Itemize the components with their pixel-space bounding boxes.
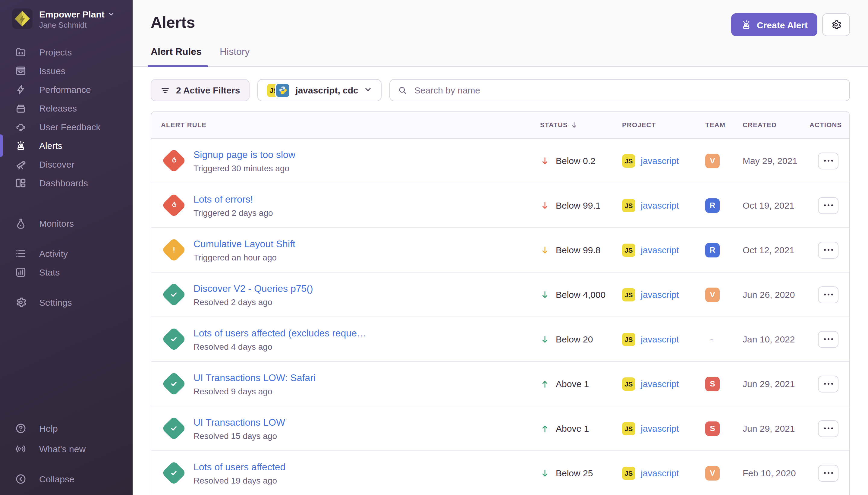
resolved-diamond-icon [161,461,186,485]
table-row: Lots of errors! Triggered 2 days ago Bel… [151,183,849,227]
created-date: Jun 26, 2020 [743,289,810,300]
sidebar-footer: HelpWhat's newCollapse [0,418,133,489]
sidebar-item-user-feedback[interactable]: User Feedback [0,118,133,136]
create-alert-button[interactable]: Create Alert [731,13,817,36]
table-row: UI Transactions LOW Resolved 15 days ago… [151,406,849,450]
row-actions-button[interactable] [818,152,838,169]
javascript-platform-icon: JS [622,199,635,212]
sidebar: Empower Plant Jane Schmidt ProjectsIssue… [0,0,133,495]
project-link[interactable]: javascript [641,156,679,166]
screen: Empower Plant Jane Schmidt ProjectsIssue… [0,0,868,495]
sidebar-item-performance[interactable]: Performance [0,80,133,99]
column-status[interactable]: STATUS [540,121,622,129]
created-date: Oct 19, 2021 [743,200,810,210]
content-area: 2 Active Filters JS javascript, cdc [133,67,868,495]
team-none: - [705,334,713,344]
sidebar-nav: ProjectsIssuesPerformanceReleasesUser Fe… [0,33,133,312]
tab-history[interactable]: History [220,46,250,66]
sidebar-item-discover[interactable]: Discover [0,155,133,174]
alert-rules-table: ALERT RULE STATUS PROJECT TEAM CREATED A… [151,111,850,495]
sidebar-item-label: Settings [39,297,72,307]
sidebar-item-what-s-new[interactable]: What's new [0,438,133,459]
column-team: TEAM [705,121,743,129]
alert-rule-link[interactable]: Discover V2 - Queries p75() [193,282,313,294]
alert-rule-link[interactable]: Lots of users affected (excludes reque… [193,326,366,339]
project-link[interactable]: javascript [641,423,679,433]
org-switcher[interactable]: Empower Plant Jane Schmidt [0,0,133,33]
project-link[interactable]: javascript [641,468,679,478]
sidebar-item-settings[interactable]: Settings [0,293,133,312]
alert-rule-link[interactable]: Signup page is too slow [193,148,295,161]
sidebar-item-releases[interactable]: Releases [0,99,133,118]
fire-icon [169,156,179,166]
sidebar-item-stats[interactable]: Stats [0,263,133,281]
alert-rule-link[interactable]: UI Transactions LOW [193,416,285,428]
row-actions-button[interactable] [818,241,838,258]
collapse-icon [15,473,27,484]
sidebar-item-collapse[interactable]: Collapse [0,468,133,489]
alert-rule-trigger-text: Resolved 9 days ago [193,386,315,396]
sidebar-item-label: Performance [39,84,91,95]
project-link[interactable]: javascript [641,200,679,210]
sidebar-item-label: Activity [39,249,68,259]
team-badge: V [705,466,720,480]
team-badge: S [705,377,720,391]
sidebar-item-activity[interactable]: Activity [0,244,133,263]
sidebar-item-label: Alerts [39,140,63,151]
table-row: Discover V2 - Queries p75() Resolved 2 d… [151,272,849,317]
alert-rule-link[interactable]: Lots of users affected [193,460,285,473]
alert-rule-link[interactable]: Lots of errors! [193,193,273,205]
project-link[interactable]: javascript [641,379,679,389]
threshold-value: Below 4,000 [556,289,606,300]
alert-rule-trigger-text: Resolved 2 days ago [193,296,313,307]
help-icon [15,422,27,434]
exclamation-icon [169,245,179,255]
row-actions-button[interactable] [818,331,838,347]
performance-icon [15,84,27,95]
sidebar-item-issues[interactable]: Issues [0,62,133,80]
org-logo [12,8,33,29]
sidebar-item-alerts[interactable]: Alerts [0,136,133,155]
alert-rule-link[interactable]: Cumulative Layout Shift [193,237,295,250]
alert-rule-trigger-text: Resolved 19 days ago [193,475,285,486]
search-input[interactable] [413,84,841,96]
created-date: Jan 10, 2022 [743,334,810,344]
check-icon [169,289,179,300]
javascript-platform-icon: JS [622,466,635,480]
project-filter-dropdown[interactable]: JS javascript, cdc [257,79,382,101]
dashboards-icon [15,177,27,189]
nav-group: Monitors [0,214,133,233]
row-actions-button[interactable] [818,420,838,437]
sidebar-item-help[interactable]: Help [0,418,133,438]
sidebar-item-dashboards[interactable]: Dashboards [0,174,133,192]
threshold-value: Below 99.1 [556,200,601,210]
filter-icon [160,85,170,95]
row-actions-button[interactable] [818,375,838,392]
tab-bar: Alert Rules History [151,46,850,66]
alerts-settings-button[interactable] [822,13,850,36]
row-actions-button[interactable] [818,197,838,214]
app-window: Empower Plant Jane Schmidt ProjectsIssue… [0,0,868,495]
tab-alert-rules[interactable]: Alert Rules [151,46,202,66]
alert-rule-link[interactable]: UI Transactions LOW: Safari [193,371,315,384]
resolved-diamond-icon [161,282,186,307]
arrow-up-icon [540,379,550,389]
project-link[interactable]: javascript [641,289,679,300]
row-actions-button[interactable] [818,286,838,303]
alert-rule-trigger-text: Resolved 15 days ago [193,430,285,441]
project-link[interactable]: javascript [641,334,679,344]
project-link[interactable]: javascript [641,245,679,255]
sidebar-item-monitors[interactable]: Monitors [0,214,133,233]
table-row: UI Transactions LOW: Safari Resolved 9 d… [151,361,849,406]
created-date: Jun 29, 2021 [743,423,810,433]
sidebar-item-projects[interactable]: Projects [0,43,133,62]
team-badge: V [705,153,720,168]
arrow-down-icon [540,468,550,478]
threshold-value: Below 20 [556,334,593,344]
issues-icon [15,65,27,76]
releases-icon [15,102,27,114]
row-actions-button[interactable] [818,464,838,481]
sidebar-item-label: Monitors [39,218,74,228]
threshold-value: Above 1 [556,379,589,389]
active-filters-button[interactable]: 2 Active Filters [151,79,249,101]
